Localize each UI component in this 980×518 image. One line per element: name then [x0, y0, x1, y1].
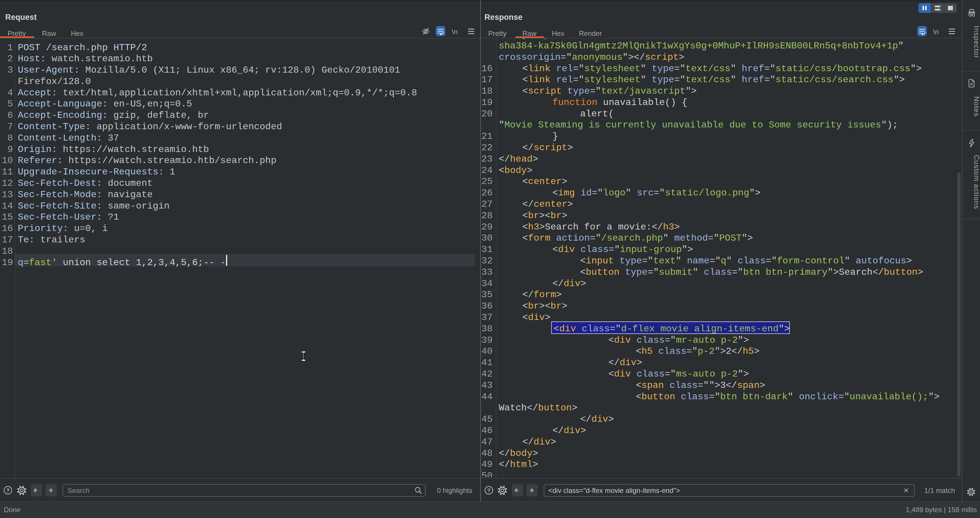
svg-text:?: ?: [6, 487, 10, 494]
svg-text:?: ?: [487, 487, 491, 494]
